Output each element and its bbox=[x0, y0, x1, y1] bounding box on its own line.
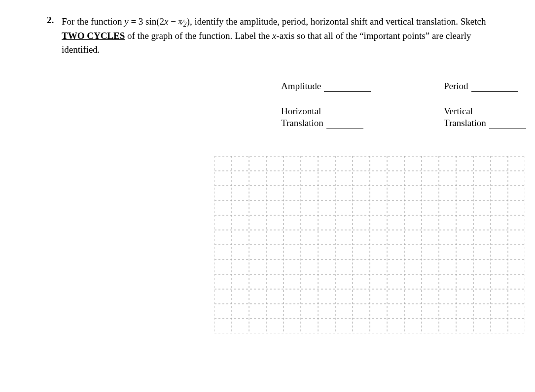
horiz-label-1: Horizontal bbox=[281, 105, 363, 117]
answer-row-1: Amplitude Period bbox=[281, 81, 505, 92]
question-text-part2: , identify the amplitude, period, horizo… bbox=[190, 16, 486, 27]
equation-pi-over-2: π⁄2 bbox=[178, 17, 187, 30]
horizontal-blank[interactable] bbox=[326, 120, 363, 129]
amplitude-label: Amplitude bbox=[281, 81, 321, 92]
equation-y: y bbox=[124, 16, 128, 27]
question-block: 2. For the function y = 3 sin(2x − π⁄2),… bbox=[47, 15, 505, 56]
answer-period: Period bbox=[444, 81, 535, 92]
graph-grid-container bbox=[214, 156, 505, 336]
amplitude-blank[interactable] bbox=[324, 82, 371, 92]
question-text-part1: For the function bbox=[62, 16, 124, 27]
vertical-blank[interactable] bbox=[489, 120, 526, 129]
answer-horizontal: Horizontal Translation bbox=[281, 105, 404, 129]
answer-amplitude: Amplitude bbox=[281, 81, 404, 92]
period-label: Period bbox=[444, 81, 468, 92]
answer-vertical: Vertical Translation bbox=[444, 105, 535, 129]
vert-label-1: Vertical bbox=[444, 105, 526, 117]
horizontal-label-stack: Horizontal Translation bbox=[281, 105, 363, 129]
vertical-label-stack: Vertical Translation bbox=[444, 105, 526, 129]
equation-2x: 2x − bbox=[160, 16, 178, 27]
horiz-label-2: Translation bbox=[281, 117, 323, 129]
grid-lines bbox=[214, 156, 525, 333]
vert-label-2: Translation bbox=[444, 117, 486, 129]
period-blank[interactable] bbox=[471, 82, 518, 92]
equation-eq: = 3 sin bbox=[129, 16, 157, 27]
question-text: For the function y = 3 sin(2x − π⁄2), id… bbox=[62, 15, 505, 56]
two-cycles: TWO CYCLES bbox=[62, 31, 125, 41]
question-text-part3: of the graph of the function. Label the bbox=[125, 31, 272, 41]
question-number: 2. bbox=[47, 15, 62, 26]
answer-row-2: Horizontal Translation Vertical Translat… bbox=[281, 105, 505, 129]
graph-grid[interactable] bbox=[214, 156, 525, 333]
